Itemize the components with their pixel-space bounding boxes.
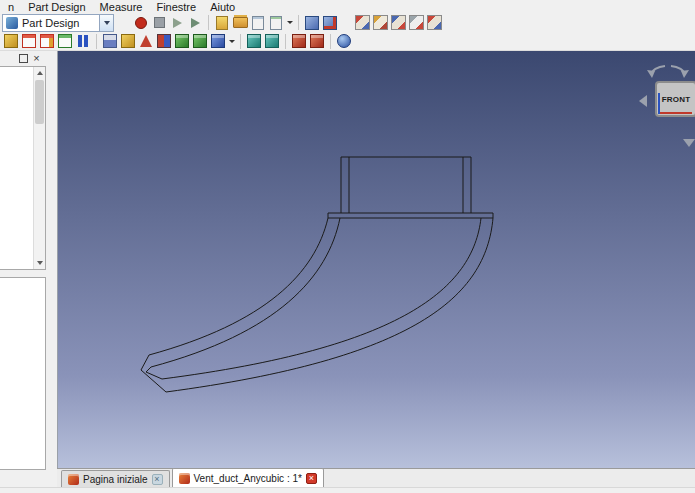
create-body-icon[interactable] bbox=[2, 32, 20, 50]
paste-dropdown-arrow-icon[interactable] bbox=[285, 14, 294, 31]
standard-toolbar: Part Design bbox=[0, 13, 695, 32]
3d-viewport[interactable]: FRONT bbox=[57, 51, 695, 468]
macro-debug-icon[interactable] bbox=[186, 14, 204, 32]
open-document-icon[interactable] bbox=[213, 14, 231, 32]
appearance-icon[interactable] bbox=[303, 14, 321, 32]
toolbar-separator bbox=[285, 34, 286, 49]
tab-start-page-label: Pagina iniziale bbox=[83, 474, 148, 485]
shapebinder-icon[interactable] bbox=[335, 32, 353, 50]
freecad-document-icon bbox=[179, 473, 190, 484]
revolution-icon[interactable] bbox=[119, 32, 137, 50]
menu-item-aiuto[interactable]: Aiuto bbox=[203, 1, 242, 13]
measure-clear-icon[interactable] bbox=[407, 14, 425, 32]
vent-duct-wireframe[interactable] bbox=[58, 51, 695, 468]
freecad-document-icon bbox=[68, 474, 79, 485]
tab-close-icon[interactable] bbox=[152, 474, 163, 485]
menu-item-cropped[interactable]: n bbox=[1, 1, 21, 13]
toolbar-separator bbox=[298, 15, 299, 30]
workbench-icon bbox=[6, 17, 18, 29]
tab-close-icon[interactable] bbox=[306, 473, 317, 484]
document-tabbar: Pagina iniziale Vent_duct_Anycubic : 1* bbox=[57, 468, 695, 487]
edit-sketch-icon[interactable] bbox=[38, 32, 56, 50]
macro-execute-icon[interactable] bbox=[168, 14, 186, 32]
combo-view-panel bbox=[0, 51, 46, 493]
measure-toggle-icon[interactable] bbox=[425, 14, 443, 32]
toolbar-separator bbox=[96, 34, 97, 49]
macro-stop-icon[interactable] bbox=[150, 14, 168, 32]
menu-bar: n Part Design Measure Finestre Aiuto bbox=[0, 0, 695, 13]
freecad-window: n Part Design Measure Finestre Aiuto Par… bbox=[0, 0, 695, 493]
tab-start-page[interactable]: Pagina iniziale bbox=[61, 470, 170, 487]
chamfer-icon[interactable] bbox=[308, 32, 326, 50]
workbench-selector-value: Part Design bbox=[22, 17, 99, 29]
tree-scrollbar[interactable] bbox=[33, 67, 45, 269]
chevron-down-icon[interactable] bbox=[99, 15, 113, 31]
folder-open-icon[interactable] bbox=[231, 14, 249, 32]
toolbar-separator bbox=[330, 34, 331, 49]
rotate-arrows-icon[interactable] bbox=[641, 61, 695, 79]
dock-close-icon[interactable] bbox=[32, 54, 41, 63]
toolbar-separator bbox=[208, 15, 209, 30]
rotate-left-icon[interactable] bbox=[639, 95, 647, 107]
dock-header bbox=[0, 51, 46, 65]
status-bar bbox=[0, 487, 695, 493]
copy-icon[interactable] bbox=[249, 14, 267, 32]
random-color-icon[interactable] bbox=[321, 14, 339, 32]
menu-item-part-design[interactable]: Part Design bbox=[21, 1, 92, 13]
mirrored-icon[interactable] bbox=[245, 32, 263, 50]
menu-item-measure[interactable]: Measure bbox=[93, 1, 150, 13]
linear-pattern-icon[interactable] bbox=[263, 32, 281, 50]
navcube-front-face[interactable]: FRONT bbox=[655, 81, 695, 117]
workbench-selector[interactable]: Part Design bbox=[2, 14, 114, 32]
pad-icon[interactable] bbox=[101, 32, 119, 50]
additive-loft-icon[interactable] bbox=[137, 32, 155, 50]
subtractive-tool-icon[interactable] bbox=[209, 32, 227, 50]
pocket-icon[interactable] bbox=[173, 32, 191, 50]
tab-vent-duct-document[interactable]: Vent_duct_Anycubic : 1* bbox=[172, 468, 324, 487]
scroll-up-icon[interactable] bbox=[34, 67, 45, 79]
validate-sketch-icon[interactable] bbox=[74, 32, 92, 50]
scroll-down-icon[interactable] bbox=[34, 257, 45, 269]
model-tree-panel[interactable] bbox=[0, 66, 46, 270]
paste-icon[interactable] bbox=[267, 14, 285, 32]
property-panel[interactable] bbox=[0, 277, 46, 470]
toolbar-separator bbox=[240, 34, 241, 49]
subtractive-dropdown-arrow-icon[interactable] bbox=[227, 33, 236, 50]
additive-pipe-icon[interactable] bbox=[155, 32, 173, 50]
measure-refresh-icon[interactable] bbox=[389, 14, 407, 32]
rotate-down-icon[interactable] bbox=[683, 139, 695, 147]
fillet-icon[interactable] bbox=[290, 32, 308, 50]
navcube-front-label: FRONT bbox=[662, 95, 691, 104]
tab-vent-duct-label: Vent_duct_Anycubic : 1* bbox=[194, 473, 302, 484]
z-axis-line bbox=[658, 93, 660, 114]
part-design-toolbar bbox=[0, 32, 695, 51]
groove-icon[interactable] bbox=[191, 32, 209, 50]
menu-item-finestre[interactable]: Finestre bbox=[149, 1, 203, 13]
scrollbar-thumb[interactable] bbox=[35, 80, 44, 124]
dock-float-icon[interactable] bbox=[19, 54, 28, 63]
map-sketch-icon[interactable] bbox=[56, 32, 74, 50]
measure-linear-icon[interactable] bbox=[353, 14, 371, 32]
measure-angular-icon[interactable] bbox=[371, 14, 389, 32]
navigation-cube[interactable]: FRONT bbox=[639, 55, 695, 155]
create-sketch-icon[interactable] bbox=[20, 32, 38, 50]
x-axis-line bbox=[660, 112, 692, 114]
macro-record-icon[interactable] bbox=[132, 14, 150, 32]
